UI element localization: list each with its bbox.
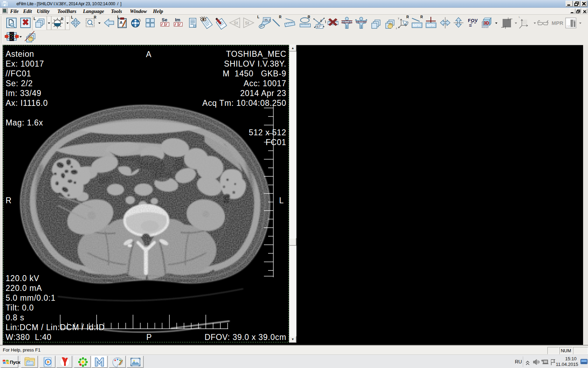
svg-text:MPR: MPR <box>413 23 421 27</box>
svg-text:3D: 3D <box>484 21 489 26</box>
svg-text:MPR: MPR <box>552 20 564 26</box>
svg-text:Se: Se <box>162 17 167 22</box>
svg-text:R: R <box>61 17 64 21</box>
svg-text:R: R <box>279 15 282 19</box>
svg-text:FOV: FOV <box>468 18 478 23</box>
svg-text:35.2: 35.2 <box>264 18 271 22</box>
svg-text:A: A <box>120 20 122 25</box>
svg-text:L: L <box>519 15 520 19</box>
svg-text:MPR: MPR <box>427 23 435 27</box>
svg-text:L: L <box>257 15 259 19</box>
svg-text:R: R <box>420 15 423 19</box>
svg-text:d: d <box>568 25 569 27</box>
svg-text:St: St <box>245 21 249 26</box>
svg-text:Im: Im <box>175 17 180 22</box>
svg-text:=: = <box>469 23 472 28</box>
svg-text:z: z <box>396 27 397 29</box>
svg-text:L: L <box>71 15 73 19</box>
svg-text:St: St <box>234 21 238 26</box>
svg-text:y: y <box>398 17 399 20</box>
svg-text:,I: ,I <box>566 25 568 27</box>
svg-text:R: R <box>406 15 409 19</box>
svg-text:R: R <box>94 15 97 19</box>
svg-text:57°: 57° <box>317 25 322 28</box>
svg-text:θ: θ <box>320 19 322 23</box>
svg-text:L: L <box>34 17 36 21</box>
